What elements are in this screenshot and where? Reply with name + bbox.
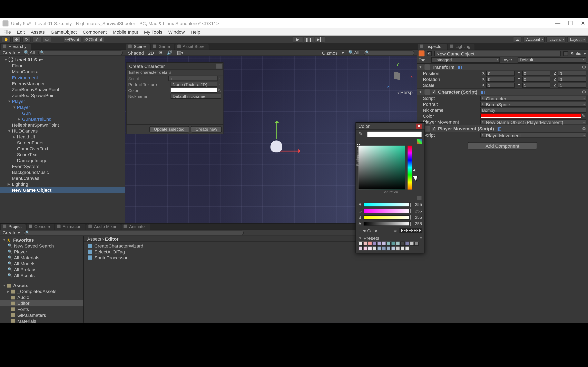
- menu-help[interactable]: Help: [191, 29, 200, 34]
- hierarchy-item[interactable]: ▶GunBarrelEnd: [0, 116, 125, 122]
- window-minimize-button[interactable]: —: [555, 20, 561, 26]
- preset-swatch[interactable]: [382, 246, 386, 250]
- hierarchy-item[interactable]: ScreenFader: [0, 140, 125, 146]
- project-folder[interactable]: GiParamaters: [0, 312, 83, 318]
- help-icon[interactable]: ◧: [481, 90, 485, 94]
- preset-swatch[interactable]: [391, 246, 395, 250]
- layout-dropdown[interactable]: Layout: [567, 36, 586, 42]
- menu-file[interactable]: File: [3, 29, 11, 34]
- component-enabled-checkbox[interactable]: [432, 90, 436, 94]
- hierarchy-item[interactable]: ▼Player: [0, 104, 125, 110]
- wizard-create-button[interactable]: Create new: [191, 126, 222, 133]
- x-input[interactable]: 1: [486, 83, 515, 88]
- preset-swatch[interactable]: [377, 246, 381, 250]
- wizard-close-button[interactable]: [216, 63, 222, 68]
- 2d-toggle[interactable]: 2D: [148, 50, 154, 55]
- tab-lighting[interactable]: Lighting: [448, 44, 475, 50]
- preset-swatch[interactable]: [382, 242, 386, 246]
- wizard-color-field[interactable]: [171, 88, 217, 93]
- account-dropdown[interactable]: Account: [523, 36, 545, 42]
- pause-button[interactable]: ❚❚: [303, 36, 314, 42]
- preset-swatch[interactable]: [405, 242, 409, 246]
- window-maximize-button[interactable]: ☐: [568, 20, 573, 26]
- menu-edit[interactable]: Edit: [17, 29, 25, 34]
- project-file[interactable]: SpriteProcessor: [84, 255, 417, 261]
- tab-console[interactable]: Console: [27, 224, 54, 230]
- preset-swatch[interactable]: [363, 242, 367, 246]
- preset-swatch[interactable]: [387, 246, 391, 250]
- preset-swatch[interactable]: [372, 246, 377, 250]
- help-icon[interactable]: ◧: [458, 65, 462, 69]
- preset-swatch[interactable]: [363, 246, 367, 250]
- tag-dropdown[interactable]: Untagged: [431, 57, 500, 63]
- color-field[interactable]: [480, 113, 581, 118]
- eyedropper-icon[interactable]: ✎: [217, 87, 221, 93]
- collab-button[interactable]: ☁: [513, 36, 521, 42]
- gizmos-dropdown[interactable]: Gizmos: [322, 50, 337, 55]
- tab-hierarchy[interactable]: Hierarchy: [1, 44, 31, 50]
- hierarchy-item[interactable]: BackgroundMusic: [0, 169, 125, 175]
- preset-swatch[interactable]: [410, 242, 414, 246]
- channel-value[interactable]: 255: [413, 209, 422, 213]
- project-folder[interactable]: Audio: [0, 294, 83, 300]
- preset-swatch[interactable]: [396, 246, 400, 250]
- hierarchy-item[interactable]: HellephantSpawnPoint: [0, 122, 125, 128]
- hierarchy-item[interactable]: New Game Object: [0, 187, 125, 193]
- tab-assetstore[interactable]: Asset Store: [175, 44, 209, 50]
- hierarchy-item[interactable]: ▶HealthUI: [0, 134, 125, 140]
- x-input[interactable]: 0: [486, 77, 515, 82]
- object-picker-icon[interactable]: ◦: [217, 76, 221, 81]
- menu-window[interactable]: Window: [168, 29, 185, 34]
- saved-search-item[interactable]: 🔍All Models: [0, 261, 83, 267]
- project-create-dropdown[interactable]: Create ▾: [2, 230, 20, 236]
- saturation-brightness-field[interactable]: [359, 146, 405, 190]
- menu-gameobject[interactable]: GameObject: [51, 29, 77, 34]
- channel-value[interactable]: 255: [413, 202, 422, 207]
- hierarchy-item[interactable]: ZomBearSpawnPoint: [0, 92, 125, 98]
- gameobject-icon[interactable]: [419, 50, 424, 57]
- hex-input[interactable]: FFFFFFFF: [399, 228, 422, 233]
- preset-swatch[interactable]: [405, 246, 409, 250]
- saved-search-item[interactable]: 🔍New Saved Search: [0, 243, 83, 249]
- project-folder[interactable]: Materials: [0, 318, 83, 323]
- hierarchy-item[interactable]: Environment: [0, 75, 125, 81]
- preset-swatch[interactable]: [372, 242, 377, 246]
- scene-audio-toggle[interactable]: 🔊: [167, 50, 173, 55]
- pivot-toggle[interactable]: ⦿ Pivot: [63, 36, 81, 42]
- preset-swatch[interactable]: [391, 242, 395, 246]
- foldout-icon[interactable]: ▼: [359, 236, 362, 240]
- hierarchy-item[interactable]: ZomBunnySpawnPoint: [0, 86, 125, 92]
- gizmo-z-axis-icon[interactable]: z: [387, 85, 389, 89]
- wizard-update-button[interactable]: Update selected: [149, 126, 189, 133]
- preset-swatch[interactable]: [400, 246, 405, 250]
- gameobject-active-checkbox[interactable]: [427, 51, 432, 56]
- preset-swatch[interactable]: [377, 242, 381, 246]
- color-picker-close-button[interactable]: ✕: [416, 123, 422, 128]
- nickname-input[interactable]: Bomby: [480, 108, 586, 113]
- preset-swatch[interactable]: [359, 246, 363, 250]
- step-button[interactable]: ▶▌: [314, 36, 325, 42]
- hierarchy-item[interactable]: GameOverText: [0, 146, 125, 151]
- preset-swatch[interactable]: [400, 242, 405, 246]
- preset-swatch[interactable]: [396, 242, 400, 246]
- hierarchy-item[interactable]: MainCamera: [0, 69, 125, 75]
- hierarchy-create-dropdown[interactable]: Create ▾: [2, 50, 20, 55]
- foldout-icon[interactable]: ▼: [419, 65, 423, 69]
- preset-swatch[interactable]: [414, 242, 419, 246]
- foldout-icon[interactable]: ▼: [419, 90, 423, 94]
- tool-rect-button[interactable]: ▭: [43, 36, 51, 42]
- orientation-gizmo[interactable]: y x z: [386, 64, 409, 88]
- menu-assets[interactable]: Assets: [31, 29, 45, 34]
- x-input[interactable]: 0: [486, 71, 515, 76]
- y-input[interactable]: 1: [522, 83, 550, 88]
- project-folder[interactable]: Fonts: [0, 306, 83, 312]
- play-button[interactable]: ▶: [292, 36, 303, 42]
- hierarchy-item[interactable]: Gun: [0, 110, 125, 116]
- portrait-slot[interactable]: BombSprite◦: [480, 101, 586, 107]
- presets-menu-icon[interactable]: ⋯≡: [416, 236, 422, 240]
- tab-animation[interactable]: Animation: [55, 224, 86, 230]
- settings-icon[interactable]: ⚙: [582, 64, 586, 70]
- wizard-nickname-input[interactable]: Default nickname: [171, 94, 221, 99]
- static-checkbox[interactable]: [563, 51, 568, 56]
- hierarchy-item[interactable]: ▼Player: [0, 98, 125, 104]
